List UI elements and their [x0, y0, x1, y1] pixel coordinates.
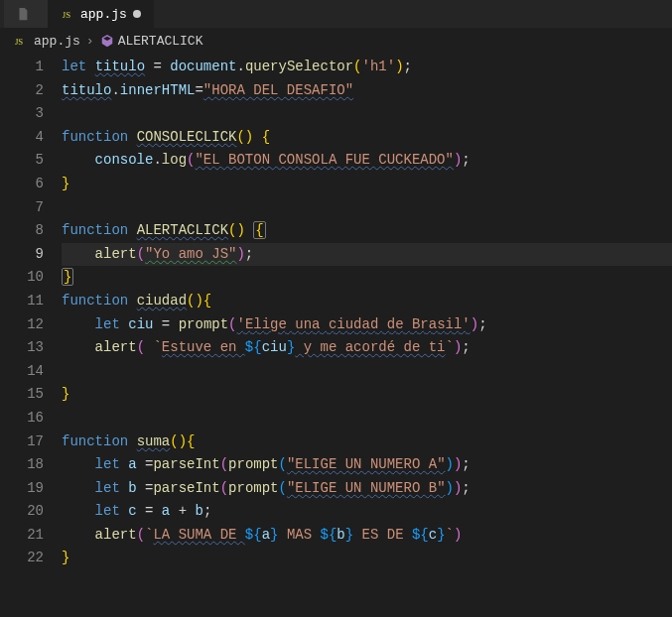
- code-line[interactable]: titulo.innerHTML="HORA DEL DESAFIO": [62, 79, 672, 103]
- code-line[interactable]: [62, 360, 672, 384]
- svg-text:JS: JS: [63, 10, 70, 20]
- code-line[interactable]: alert(`LA SUMA DE ${a} MAS ${b} ES DE ${…: [62, 524, 672, 548]
- breadcrumb-file: app.js: [34, 34, 80, 49]
- breadcrumb[interactable]: JS app.js › ALERTACLICK: [0, 28, 672, 54]
- code-line[interactable]: function ALERTACLICK() {: [62, 219, 672, 243]
- code-line[interactable]: }: [62, 266, 672, 290]
- code-line[interactable]: let titulo = document.querySelector('h1'…: [62, 56, 672, 79]
- code-line-current[interactable]: alert("Yo amo JS");: [62, 243, 672, 267]
- code-line[interactable]: [62, 196, 672, 220]
- code-line[interactable]: }: [62, 547, 672, 570]
- breadcrumb-symbol[interactable]: ALERTACLICK: [100, 34, 203, 49]
- chevron-right-icon: ›: [86, 34, 94, 49]
- tab-inactive[interactable]: [4, 0, 49, 28]
- code-editor[interactable]: 12345678910111213141516171819202122 let …: [0, 54, 672, 617]
- vertical-scrollbar[interactable]: [666, 54, 672, 617]
- code-line[interactable]: let a =parseInt(prompt("ELIGE UN NUMERO …: [62, 453, 672, 477]
- line-number-gutter: 12345678910111213141516171819202122: [0, 54, 62, 617]
- js-file-icon: JS: [61, 7, 74, 21]
- code-area[interactable]: let titulo = document.querySelector('h1'…: [62, 54, 672, 617]
- code-line[interactable]: function suma(){: [62, 431, 672, 454]
- code-line[interactable]: }: [62, 383, 672, 407]
- code-line[interactable]: [62, 407, 672, 431]
- unsaved-dot-icon: [133, 10, 141, 18]
- code-line[interactable]: let b =parseInt(prompt("ELIGE UN NUMERO …: [62, 477, 672, 501]
- tab-active-label: app.js: [80, 7, 127, 22]
- code-line[interactable]: let ciu = prompt('Elige una ciudad de Br…: [62, 313, 672, 337]
- code-line[interactable]: console.log("EL BOTON CONSOLA FUE CUCKEA…: [62, 149, 672, 173]
- breadcrumb-symbol-label: ALERTACLICK: [118, 34, 203, 49]
- tab-app-js[interactable]: JS app.js: [49, 0, 154, 28]
- code-line[interactable]: alert( `Estuve en ${ciu} y me acordé de …: [62, 336, 672, 360]
- svg-text:JS: JS: [15, 37, 23, 47]
- code-line[interactable]: [62, 102, 672, 126]
- code-line[interactable]: function CONSOLECLICK() {: [62, 126, 672, 150]
- file-icon: [16, 7, 30, 21]
- code-line[interactable]: let c = a + b;: [62, 500, 672, 524]
- code-line[interactable]: }: [62, 173, 672, 196]
- code-line[interactable]: function ciudad(){: [62, 290, 672, 313]
- editor-tabs: JS app.js: [0, 0, 672, 28]
- js-file-icon: JS: [14, 34, 28, 48]
- method-icon: [100, 34, 114, 48]
